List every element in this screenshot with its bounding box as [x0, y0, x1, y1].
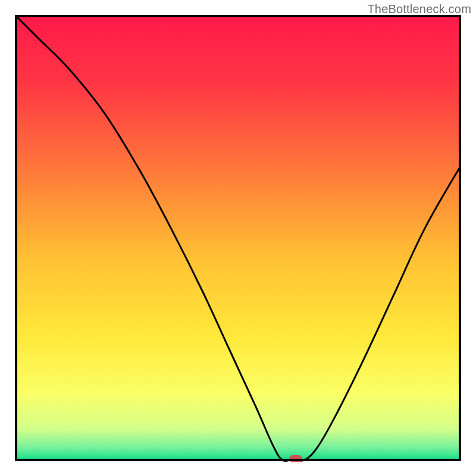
chart-background	[16, 16, 460, 460]
watermark-text: TheBottleneck.com	[367, 2, 471, 16]
chart-container: TheBottleneck.com	[0, 0, 476, 476]
bottleneck-chart	[0, 0, 476, 476]
